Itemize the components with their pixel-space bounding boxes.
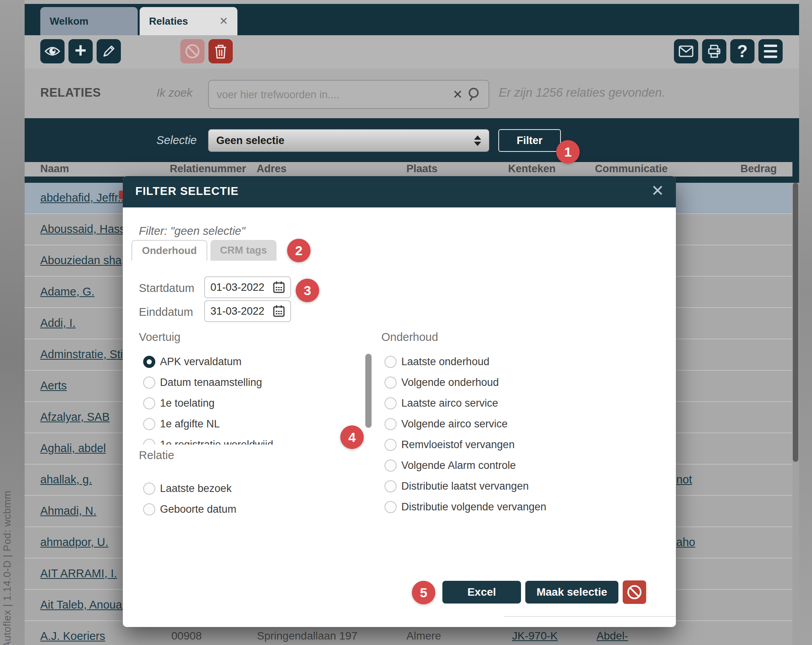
tab-bar: Welkom Relaties ✕ [25, 4, 799, 35]
cancel-button[interactable] [623, 580, 646, 604]
tab-relaties[interactable]: Relaties ✕ [140, 7, 237, 35]
print-button[interactable] [702, 39, 726, 63]
radio-icon[interactable] [384, 418, 397, 430]
search-band: RELATIES Ik zoek ✕ Er zijn 1256 relaties… [25, 68, 799, 118]
radio-option[interactable]: Remvloeistof vervangen [384, 434, 643, 455]
radio-option-label: Geboorte datum [160, 503, 236, 515]
relation-name-link[interactable]: ahmadpor, U. [40, 536, 108, 549]
page-title: RELATIES [40, 86, 101, 100]
tab-close-icon[interactable]: ✕ [219, 15, 228, 27]
radio-option[interactable]: Laatste airco service [384, 393, 643, 414]
make-selection-button[interactable]: Maak selectie [525, 581, 618, 604]
radio-icon[interactable] [384, 501, 397, 513]
radio-option[interactable]: Geboorte datum [143, 499, 362, 520]
relation-name-link[interactable]: Ait Taleb, Anouar [40, 598, 126, 611]
hamburger-icon [764, 45, 777, 58]
excel-button[interactable]: Excel [442, 581, 521, 604]
add-button[interactable]: + [68, 39, 93, 63]
search-input[interactable] [216, 81, 444, 109]
radio-icon[interactable] [384, 459, 397, 472]
radio-icon[interactable] [143, 503, 155, 515]
relation-name-link[interactable]: Addi, I. [40, 317, 75, 330]
help-button[interactable]: ? [730, 39, 755, 63]
radio-icon[interactable] [143, 483, 155, 495]
radio-icon[interactable] [384, 356, 397, 368]
radio-option[interactable]: Volgende onderhoud [384, 372, 643, 393]
selection-dropdown-value: Geen selectie [216, 135, 284, 147]
column-header-adres: Adres [257, 163, 287, 175]
page-scrollbar-thumb[interactable] [793, 183, 798, 462]
relatie-options: Laatste bezoekGeboorte datum [143, 478, 362, 520]
relatie-heading: Relatie [139, 449, 174, 462]
radio-option[interactable]: 1e registratie wereldwijd [143, 434, 362, 445]
relation-name-link[interactable]: AIT ARRAMI, I. [40, 567, 117, 580]
radio-option[interactable]: Laatste bezoek [143, 478, 362, 499]
einddatum-value: 31-03-2022 [210, 305, 264, 317]
radio-option[interactable]: Distributie laatst vervangen [384, 476, 643, 497]
clear-search-icon[interactable]: ✕ [453, 87, 463, 102]
relation-name-link[interactable]: A.J. Koeriers [40, 630, 105, 643]
radio-option-label: Laatste onderhoud [401, 356, 489, 368]
email-button[interactable] [674, 39, 698, 63]
printer-icon [707, 44, 721, 58]
close-icon[interactable]: ✕ [651, 182, 664, 200]
selection-label: Selectie [119, 134, 197, 147]
relation-name-link[interactable]: Ahmadi, N. [40, 504, 96, 517]
radio-option[interactable]: Datum tenaamstelling [143, 372, 362, 393]
radio-icon[interactable] [143, 439, 155, 445]
results-count-text: Er zijn 1256 relaties gevonden. [499, 86, 665, 100]
radio-icon[interactable] [143, 397, 155, 409]
modal-tab-onderhoud[interactable]: Onderhoud [131, 240, 207, 261]
radio-option[interactable]: 1e afgifte NL [143, 414, 362, 434]
edit-button[interactable] [97, 39, 121, 63]
menu-button[interactable] [758, 39, 783, 63]
app-version-text: Autoflex | 1.14.0-D | Pod: wcbmm [1, 491, 13, 645]
radio-option[interactable]: APK vervaldatum [143, 351, 362, 372]
adres-cell: Springendallaan 197 [257, 630, 357, 642]
plus-icon: + [75, 40, 86, 60]
envelope-icon [679, 45, 693, 57]
question-icon: ? [737, 41, 748, 61]
radio-option[interactable]: Distributie volgende vervangen [384, 497, 643, 517]
startdatum-input[interactable]: 01-03-2022 [204, 276, 291, 298]
tab-welkom[interactable]: Welkom [40, 7, 138, 35]
radio-icon[interactable] [384, 397, 397, 409]
tab-welkom-label: Welkom [50, 15, 88, 27]
kenteken-link[interactable]: JK-970-K [512, 630, 558, 642]
startdatum-value: 01-03-2022 [210, 281, 264, 294]
radio-option[interactable]: 1e toelating [143, 393, 362, 414]
radio-option[interactable]: Volgende Alarm controle [384, 455, 643, 476]
communicatie-link[interactable]: aho [676, 536, 695, 549]
einddatum-label: Einddatum [139, 306, 193, 319]
relation-name-link[interactable]: abdehafid, Jeffr... [40, 191, 127, 204]
radio-icon[interactable] [384, 480, 397, 492]
callout-badge-4: 4 [340, 425, 364, 449]
relation-name-link[interactable]: Afzalyar, SAB [40, 411, 110, 423]
einddatum-input[interactable]: 31-03-2022 [204, 300, 291, 322]
delete-button[interactable] [208, 39, 233, 63]
radio-option[interactable]: Laatste onderhoud [384, 351, 643, 372]
filter-button[interactable]: Filter [498, 129, 561, 152]
relation-name-link[interactable]: ahallak, g. [40, 473, 92, 486]
relation-name-link[interactable]: Aghali, abdel [40, 442, 106, 455]
radio-icon[interactable] [384, 377, 397, 389]
relation-name-link[interactable]: Adminstratie, Stich [40, 348, 135, 361]
radio-option[interactable]: Volgende airco service [384, 414, 643, 434]
modal-scrollbar-thumb[interactable] [365, 354, 372, 428]
view-button[interactable] [40, 39, 65, 63]
relation-name-link[interactable]: Aerts [40, 379, 67, 392]
radio-icon[interactable] [143, 377, 155, 389]
communicatie-link[interactable]: Abdel- [596, 630, 628, 642]
startdatum-label: Startdatum [139, 282, 194, 295]
radio-icon[interactable] [384, 439, 397, 451]
search-icon[interactable] [467, 87, 481, 103]
radio-icon[interactable] [143, 418, 155, 430]
selection-dropdown[interactable]: Geen selectie [208, 129, 489, 152]
relation-name-link[interactable]: Adame, G. [40, 285, 95, 298]
callout-badge-5: 5 [412, 581, 435, 604]
communicatie-link[interactable]: not [676, 473, 692, 486]
radio-selected-icon[interactable] [143, 356, 155, 368]
plaats-cell: Almere [406, 630, 441, 642]
modal-tab-crm-tags[interactable]: CRM tags [210, 240, 277, 261]
prohibition-icon [626, 584, 643, 601]
